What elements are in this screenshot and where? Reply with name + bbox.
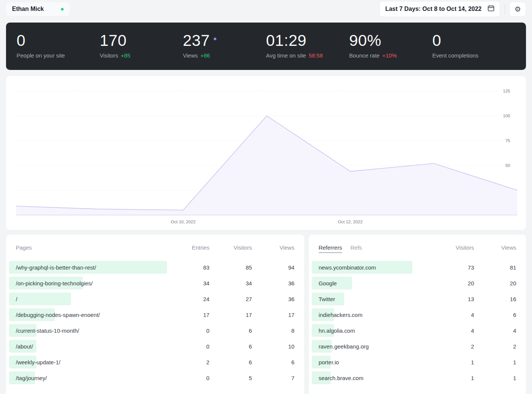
views-live-dot-icon	[214, 38, 216, 40]
page-link[interactable]: /why-graphql-is-better-than-rest/	[16, 264, 96, 271]
table-row[interactable]: porter.io 1 1	[319, 354, 516, 370]
site-selector[interactable]: Ethan Mick	[6, 2, 70, 16]
traffic-chart-card: 255075100125Oct 10, 2022Oct 12, 2022	[6, 76, 526, 230]
page-link[interactable]: /about/	[16, 343, 33, 350]
stat-label: Bounce rate	[349, 52, 380, 59]
views-value: 7	[252, 375, 295, 381]
date-range-picker[interactable]: Last 7 Days: Oct 8 to Oct 14, 2022	[380, 1, 500, 17]
stat-value: 237	[183, 32, 210, 50]
stat-avg-time: 01:29 Avg time on site58:58	[266, 32, 349, 59]
table-row[interactable]: /on-picking-boring-technolgies/ 34 34 36	[16, 275, 295, 291]
referrer-link[interactable]: news.ycombinator.com	[319, 264, 376, 271]
page-link[interactable]: /tag/journey/	[16, 375, 47, 381]
referrer-link[interactable]: raven.geekbang.org	[319, 343, 369, 350]
tables-row: Pages Entries Visitors Views /why-graphq…	[6, 235, 526, 394]
tab-refs[interactable]: Refs	[350, 244, 362, 251]
table-row[interactable]: /tag/journey/ 0 5 7	[16, 370, 295, 386]
table-row[interactable]: /why-graphql-is-better-than-rest/ 83 85 …	[16, 259, 295, 275]
referrer-link[interactable]: Twitter	[319, 296, 335, 302]
stat-label: People on your site	[17, 52, 65, 59]
visitors-value: 17	[210, 312, 252, 318]
value-bar	[9, 292, 71, 305]
visitors-value: 34	[210, 280, 252, 286]
svg-text:125: 125	[503, 89, 510, 93]
entries-value: 24	[167, 296, 210, 302]
visitors-value: 20	[432, 280, 474, 286]
table-row[interactable]: search.brave.com 1 1	[319, 370, 516, 386]
column-views: Views	[474, 244, 516, 251]
topbar-divider	[505, 4, 505, 14]
referrers-header-row: Referrers Refs Visitors Views	[319, 244, 516, 256]
topbar-actions: Last 7 Days: Oct 8 to Oct 14, 2022 ⚙	[380, 1, 526, 17]
visitors-value: 1	[432, 375, 474, 381]
views-value: 8	[252, 327, 295, 334]
settings-button[interactable]: ⚙	[509, 2, 526, 17]
views-value: 94	[252, 264, 295, 271]
entries-value: 2	[167, 359, 210, 365]
calendar-icon	[488, 5, 494, 13]
visitors-value: 6	[210, 327, 252, 334]
visitors-value: 85	[210, 264, 252, 271]
column-views: Views	[252, 244, 295, 251]
views-value: 36	[252, 296, 295, 302]
stat-value: 0	[17, 32, 26, 50]
stat-views: 237 Views+86	[183, 32, 266, 59]
stat-visitors: 170 Visitors+85	[100, 32, 183, 59]
views-value: 16	[474, 296, 516, 302]
stat-value: 170	[100, 32, 127, 50]
stat-value: 90%	[349, 32, 382, 50]
views-value: 10	[252, 343, 295, 350]
referrer-link[interactable]: Google	[319, 280, 337, 286]
visitors-value: 6	[210, 343, 252, 350]
table-row[interactable]: news.ycombinator.com 73 81	[319, 259, 516, 275]
entries-value: 0	[167, 375, 210, 381]
table-row[interactable]: / 24 27 36	[16, 291, 295, 307]
stat-delta: 58:58	[309, 52, 323, 59]
referrer-link[interactable]: indiehackers.com	[319, 312, 363, 318]
site-live-dot-icon	[61, 8, 64, 11]
svg-text:Oct 10, 2022: Oct 10, 2022	[171, 220, 196, 224]
page-link[interactable]: /debugging-nodes-spawn-enoent/	[16, 312, 100, 318]
table-row[interactable]: indiehackers.com 4 6	[319, 307, 516, 323]
entries-value: 17	[167, 312, 210, 318]
referrer-link[interactable]: porter.io	[319, 359, 339, 365]
page-link[interactable]: /on-picking-boring-technolgies/	[16, 280, 93, 286]
stat-delta: +86	[201, 52, 210, 59]
table-row[interactable]: /about/ 0 6 10	[16, 338, 295, 354]
tab-referrers[interactable]: Referrers	[319, 244, 342, 253]
page-link[interactable]: /current-status-10-month/	[16, 327, 79, 334]
views-value: 17	[252, 312, 295, 318]
views-value: 36	[252, 280, 295, 286]
stat-people-on-site: 0 People on your site	[17, 32, 100, 59]
page-link[interactable]: /	[16, 296, 17, 302]
stats-bar: 0 People on your site 170 Visitors+85 23…	[6, 23, 526, 70]
referrer-link[interactable]: search.brave.com	[319, 375, 363, 381]
entries-value: 34	[167, 280, 210, 286]
table-row[interactable]: hn.algolia.com 4 4	[319, 323, 516, 338]
stat-label: Views	[183, 52, 198, 59]
referrers-tabs: Referrers Refs	[319, 244, 432, 253]
views-value: 4	[474, 327, 516, 334]
stat-value: 01:29	[266, 32, 307, 50]
referrer-link[interactable]: hn.algolia.com	[319, 327, 355, 334]
page-link[interactable]: /weekly-update-1/	[16, 359, 60, 365]
traffic-area-chart: 255075100125Oct 10, 2022Oct 12, 2022	[6, 76, 526, 227]
views-value: 20	[474, 280, 516, 286]
table-row[interactable]: /debugging-nodes-spawn-enoent/ 17 17 17	[16, 307, 295, 323]
topbar: Ethan Mick Last 7 Days: Oct 8 to Oct 14,…	[0, 0, 532, 18]
stat-delta: +85	[121, 52, 130, 59]
table-row[interactable]: /current-status-10-month/ 0 6 8	[16, 323, 295, 338]
column-visitors: Visitors	[210, 244, 252, 251]
visitors-value: 27	[210, 296, 252, 302]
table-row[interactable]: Google 20 20	[319, 275, 516, 291]
visitors-value: 1	[432, 359, 474, 365]
views-value: 6	[252, 359, 295, 365]
views-value: 1	[474, 375, 516, 381]
pages-card: Pages Entries Visitors Views /why-graphq…	[6, 235, 304, 394]
svg-text:100: 100	[503, 114, 510, 118]
table-row[interactable]: raven.geekbang.org 2 2	[319, 338, 516, 354]
table-row[interactable]: Twitter 13 16	[319, 291, 516, 307]
pages-header-row: Pages Entries Visitors Views	[16, 244, 295, 256]
entries-value: 0	[167, 343, 210, 350]
table-row[interactable]: /weekly-update-1/ 2 6 6	[16, 354, 295, 370]
